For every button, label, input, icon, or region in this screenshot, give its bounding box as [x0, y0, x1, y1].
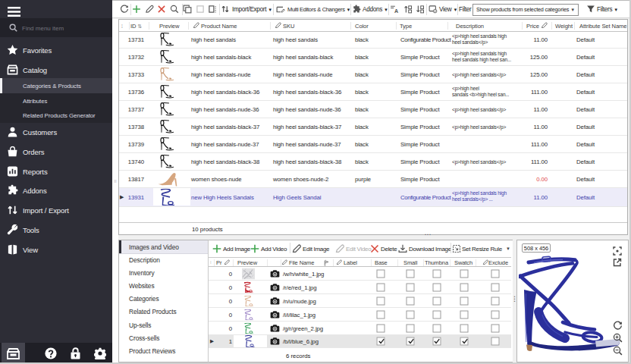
svg-text:A: A — [394, 8, 398, 14]
